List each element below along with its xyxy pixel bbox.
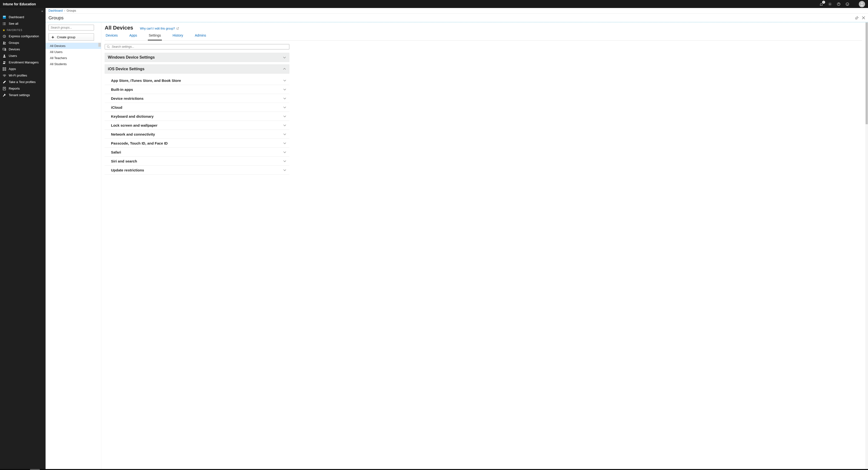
sidebar-item-label: Wi-Fi profiles	[9, 74, 27, 77]
search-settings-input[interactable]	[112, 45, 287, 48]
avatar[interactable]	[859, 1, 865, 7]
brand-label: Intune for Education	[3, 2, 36, 6]
express-config-icon	[2, 34, 6, 38]
wrench-icon	[2, 93, 6, 97]
help-icon[interactable]	[837, 2, 841, 6]
tab-apps[interactable]: Apps	[128, 33, 138, 40]
notifications-badge: 3	[822, 1, 825, 4]
detail-scrollbar[interactable]	[865, 22, 868, 469]
search-icon	[107, 45, 110, 48]
settings-subrow[interactable]: Passcode, Touch ID, and Face ID	[105, 139, 289, 148]
settings-subrow[interactable]: Keyboard and dictionary	[105, 112, 289, 121]
svg-point-12	[3, 22, 3, 23]
sidebar-item-label: Enrollment Managers	[9, 61, 39, 64]
settings-subrow[interactable]: Siri and search	[105, 157, 289, 166]
sidebar-item-devices[interactable]: Devices	[0, 46, 45, 53]
tab-admins[interactable]: Admins	[194, 33, 207, 40]
settings-subrow[interactable]: iCloud	[105, 103, 289, 112]
sidebar-item-enrollment-managers[interactable]: Enrollment Managers	[0, 59, 45, 66]
settings-subrow[interactable]: App Store, iTunes Store, and Book Store	[105, 76, 289, 85]
plus-icon: ＋	[51, 35, 55, 39]
chevron-down-icon	[283, 141, 286, 145]
star-icon: ★	[2, 28, 5, 32]
collapse-sidebar-icon[interactable]: «	[41, 9, 43, 13]
reports-icon	[2, 87, 6, 91]
svg-point-14	[3, 25, 3, 25]
svg-point-20	[4, 55, 5, 56]
feedback-icon[interactable]	[845, 2, 849, 6]
sidebar-item-see-all[interactable]: See all	[0, 20, 45, 27]
search-settings-wrap[interactable]	[105, 44, 289, 49]
sidebar-item-wifi[interactable]: Wi-Fi profiles	[0, 72, 45, 79]
sidebar-item-reports[interactable]: Reports	[0, 85, 45, 92]
sidebar-item-label: See all	[9, 22, 19, 26]
list-icon	[2, 22, 6, 26]
chevron-up-icon	[283, 67, 286, 71]
group-item[interactable]: All Students	[45, 61, 101, 67]
settings-subrow[interactable]: Safari	[105, 148, 289, 157]
search-groups-input[interactable]	[49, 25, 94, 31]
page-title: Groups	[49, 15, 63, 21]
settings-icon[interactable]	[828, 2, 832, 6]
settings-section[interactable]: iOS Device Settings	[105, 64, 289, 74]
svg-point-3	[846, 3, 849, 6]
svg-point-13	[3, 24, 3, 24]
settings-subrow[interactable]: Built-in apps	[105, 85, 289, 94]
settings-subrow[interactable]: Network and connectivity	[105, 130, 289, 139]
os-taskbar	[0, 469, 868, 470]
groups-scrollbar[interactable]	[98, 43, 101, 469]
tab-history[interactable]: History	[172, 33, 184, 40]
apps-icon	[2, 67, 6, 71]
chevron-down-icon	[283, 88, 286, 91]
chevron-down-icon	[283, 168, 286, 172]
group-item[interactable]: All Users	[45, 49, 101, 55]
create-group-label: Create group	[57, 35, 75, 39]
sidebar-item-apps[interactable]: Apps	[0, 66, 45, 72]
tab-settings[interactable]: Settings	[148, 33, 162, 40]
svg-point-21	[3, 61, 5, 63]
sidebar-item-express-config[interactable]: Express configuration	[0, 33, 45, 39]
pencil-icon	[2, 80, 6, 84]
chevron-down-icon	[283, 150, 286, 154]
notifications-icon[interactable]: 3	[819, 2, 824, 6]
sidebar-item-groups[interactable]: Groups	[0, 39, 45, 46]
group-item[interactable]: All Devices	[45, 43, 101, 49]
sidebar-item-test-profiles[interactable]: Take a Test profiles	[0, 79, 45, 85]
svg-point-29	[107, 45, 109, 47]
sidebar-item-label: Apps	[9, 67, 16, 71]
sidebar-item-dashboard[interactable]: Dashboard	[0, 14, 45, 20]
sidebar-item-label: Groups	[9, 41, 19, 44]
sidebar-item-label: Express configuration	[9, 34, 39, 38]
edit-group-help-label: Why can't I edit this group?	[140, 27, 175, 30]
sidebar-item-users[interactable]: Users	[0, 53, 45, 59]
detail-panel: All Devices Why can't I edit this group?…	[101, 22, 868, 469]
chevron-down-icon	[283, 132, 286, 136]
chevron-down-icon	[283, 124, 286, 127]
sidebar-item-label: Users	[9, 54, 17, 58]
tab-devices[interactable]: Devices	[105, 33, 119, 40]
settings-subrow[interactable]: Update restrictions	[105, 166, 289, 175]
sidebar-item-tenant-settings[interactable]: Tenant settings	[0, 92, 45, 98]
close-icon[interactable]	[862, 16, 865, 20]
group-list: All DevicesAll UsersAll TeachersAll Stud…	[45, 43, 101, 469]
group-item[interactable]: All Teachers	[45, 55, 101, 61]
chevron-down-icon	[283, 79, 286, 82]
svg-point-6	[861, 2, 863, 4]
svg-rect-22	[3, 67, 4, 68]
create-group-button[interactable]: ＋ Create group	[49, 33, 94, 41]
svg-point-17	[5, 42, 6, 43]
sidebar-item-label: Tenant settings	[9, 93, 30, 97]
chevron-down-icon	[283, 114, 286, 118]
pin-icon[interactable]	[855, 16, 859, 20]
users-icon	[2, 54, 6, 58]
svg-line-30	[109, 47, 110, 48]
settings-section[interactable]: Windows Device Settings	[105, 53, 289, 62]
edit-group-help-link[interactable]: Why can't I edit this group?	[140, 27, 179, 30]
breadcrumb-root[interactable]: Dashboard	[49, 9, 63, 12]
detail-title: All Devices	[105, 25, 133, 31]
settings-subrow[interactable]: Device restrictions	[105, 94, 289, 103]
settings-subrow[interactable]: Lock screen and wallpaper	[105, 121, 289, 130]
detail-tabs: DevicesAppsSettingsHistoryAdmins	[105, 33, 862, 41]
chevron-down-icon	[283, 159, 286, 163]
svg-rect-24	[3, 69, 4, 70]
